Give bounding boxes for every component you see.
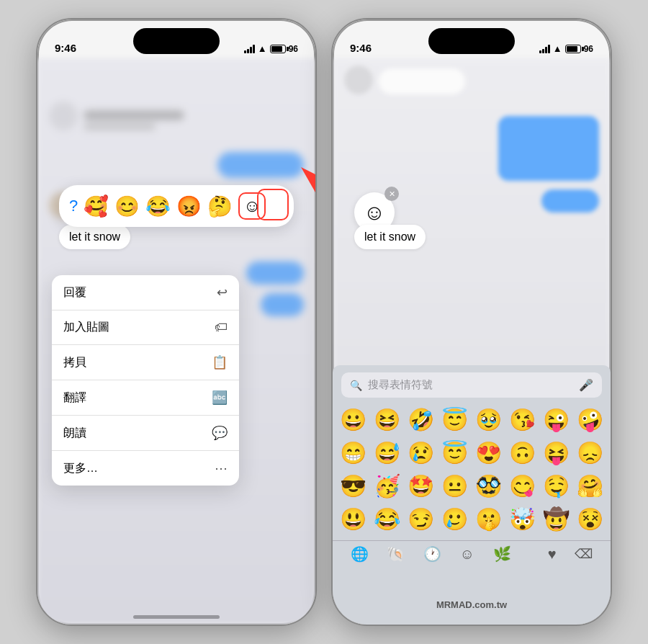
dynamic-island-1 [133, 28, 220, 54]
emoji-item[interactable]: 🤩 [405, 470, 437, 501]
emoji-bubble-close[interactable]: ✕ [384, 187, 399, 201]
message-text-1: let it snow [69, 231, 120, 243]
watermark: MRMAD.com.tw [436, 599, 507, 610]
battery-pct-1: 96 [289, 44, 298, 54]
context-menu-more[interactable]: 更多… ⋯ [52, 451, 239, 486]
emoji-item[interactable]: 😍 [472, 437, 505, 468]
emoji-bottom-bar: 🌐 🐚 🕐 ☺ 🌿 ♥ ⌫ [333, 540, 611, 567]
red-highlight-box [257, 189, 289, 220]
emoji-cat-shell[interactable]: 🐚 [387, 545, 405, 563]
emoji-item[interactable]: 😵 [574, 503, 606, 535]
message-bubble-let-it-snow-2: let it snow [354, 225, 426, 249]
emoji-item[interactable]: 🥸 [472, 470, 505, 501]
signal-icon-2 [539, 45, 550, 53]
reaction-emoji-5[interactable]: 🤔 [207, 194, 233, 218]
emoji-item[interactable]: 😇 [438, 437, 471, 468]
translate-label: 翻譯 [63, 390, 86, 406]
wifi-icon-2: ▲ [553, 43, 562, 54]
copy-icon: 📋 [212, 354, 228, 370]
emoji-item[interactable]: 😅 [371, 437, 403, 468]
reaction-emoji-2[interactable]: 😊 [114, 194, 140, 218]
time-2: 9:46 [350, 42, 372, 54]
phone-2: 9:46 ▲ 96 [331, 18, 612, 626]
sticker-icon: 🏷 [215, 320, 228, 335]
context-menu-reply[interactable]: 回覆 ↩ [52, 275, 239, 310]
reaction-emoji-4[interactable]: 😡 [176, 194, 202, 218]
emoji-item[interactable]: 😆 [371, 403, 403, 435]
emoji-item[interactable]: 😂 [371, 503, 403, 535]
reaction-emoji-3[interactable]: 😂 [145, 194, 171, 218]
phone-1: 9:46 ▲ 96 [36, 18, 317, 626]
speak-label: 朗讀 [63, 426, 86, 441]
signal-icon-1 [244, 45, 255, 53]
svg-marker-0 [301, 167, 317, 192]
emoji-item[interactable]: 🤤 [540, 470, 572, 501]
sticker-label: 加入貼圖 [63, 320, 109, 335]
emoji-item[interactable]: 🙃 [506, 437, 539, 468]
context-menu-speak[interactable]: 朗讀 💬 [52, 416, 239, 451]
emoji-item[interactable]: 😃 [337, 503, 369, 535]
status-icons-1: ▲ 96 [244, 43, 298, 54]
time-1: 9:46 [55, 42, 76, 54]
message-text-2: let it snow [364, 231, 415, 243]
speak-icon: 💬 [212, 425, 228, 441]
reply-label: 回覆 [63, 285, 86, 300]
emoji-item[interactable]: 😝 [540, 437, 572, 468]
message-bubble-let-it-snow: let it snow [59, 225, 130, 249]
watermark-text: MRMAD.com.tw [436, 599, 507, 610]
emoji-item[interactable]: 🤣 [405, 403, 437, 435]
emoji-item[interactable]: 😐 [438, 470, 471, 501]
context-menu-sticker[interactable]: 加入貼圖 🏷 [52, 310, 239, 345]
wifi-icon-1: ▲ [258, 43, 267, 54]
battery-icon-2 [565, 45, 581, 53]
emoji-item[interactable]: 😘 [506, 403, 539, 435]
translate-icon: 🔤 [212, 390, 228, 406]
emoji-item[interactable]: 🤗 [574, 470, 606, 501]
emoji-item[interactable]: 😎 [337, 470, 369, 501]
search-placeholder: 搜尋表情符號 [368, 378, 433, 392]
emoji-item[interactable]: 🤪 [574, 403, 606, 435]
more-icon: ⋯ [215, 460, 228, 476]
context-menu-translate[interactable]: 翻譯 🔤 [52, 380, 239, 416]
emoji-item[interactable]: 😀 [337, 403, 369, 435]
microphone-icon[interactable]: 🎤 [579, 378, 593, 392]
home-indicator-1 [133, 615, 220, 619]
emoji-item[interactable]: 🥲 [438, 503, 471, 535]
emoji-item[interactable]: 🥹 [472, 403, 505, 435]
emoji-item[interactable]: 🤠 [540, 503, 572, 535]
emoji-item[interactable]: 😢 [405, 437, 437, 468]
emoji-cat-globe[interactable]: 🌐 [351, 545, 369, 563]
emoji-cat-clock[interactable]: 🕐 [423, 545, 441, 563]
reply-icon: ↩ [217, 285, 228, 300]
emoji-cat-smiley[interactable]: ☺ [460, 546, 474, 563]
reaction-emoji-1[interactable]: 🥰 [84, 194, 109, 218]
battery-icon-1 [270, 45, 286, 53]
more-label: 更多… [63, 461, 98, 476]
reaction-question-mark: ? [69, 197, 78, 215]
emoji-item[interactable]: 😁 [337, 437, 369, 468]
context-menu-copy[interactable]: 拷貝 📋 [52, 345, 239, 380]
emoji-cat-heart[interactable]: ♥ [548, 546, 557, 563]
emoji-item[interactable]: 😇 [438, 403, 471, 435]
status-icons-2: ▲ 96 [539, 43, 593, 54]
emoji-item[interactable]: 😜 [540, 403, 572, 435]
battery-pct-2: 96 [584, 44, 593, 54]
emoji-grid: 😀 😆 🤣 😇 🥹 😘 😜 🤪 😁 😅 😢 😇 😍 🙃 😝 😞 😎 🥳 [333, 403, 611, 535]
emoji-item[interactable]: 🤫 [472, 503, 505, 535]
copy-label: 拷貝 [63, 355, 86, 370]
emoji-delete-button[interactable]: ⌫ [575, 546, 593, 562]
dynamic-island-2 [428, 28, 515, 54]
emoji-cat-leaf[interactable]: 🌿 [493, 545, 511, 563]
main-container: 9:46 ▲ 96 [0, 0, 648, 644]
emoji-item[interactable]: 🤯 [506, 503, 539, 535]
emoji-item[interactable]: 🥳 [371, 470, 403, 501]
emoji-item[interactable]: 😏 [405, 503, 437, 535]
emoji-item[interactable]: 😞 [574, 437, 606, 468]
emoji-search-bar[interactable]: 🔍 搜尋表情符號 🎤 [341, 372, 602, 398]
search-icon-emoji: 🔍 [350, 380, 362, 391]
emoji-keyboard: 🔍 搜尋表情符號 🎤 😀 😆 🤣 😇 🥹 😘 😜 🤪 😁 😅 😢 😇 😍 [333, 365, 611, 625]
emoji-item[interactable]: 😋 [506, 470, 539, 501]
context-menu: 回覆 ↩ 加入貼圖 🏷 拷貝 📋 翻譯 🔤 朗讀 💬 更多… ⋯ [52, 275, 239, 486]
